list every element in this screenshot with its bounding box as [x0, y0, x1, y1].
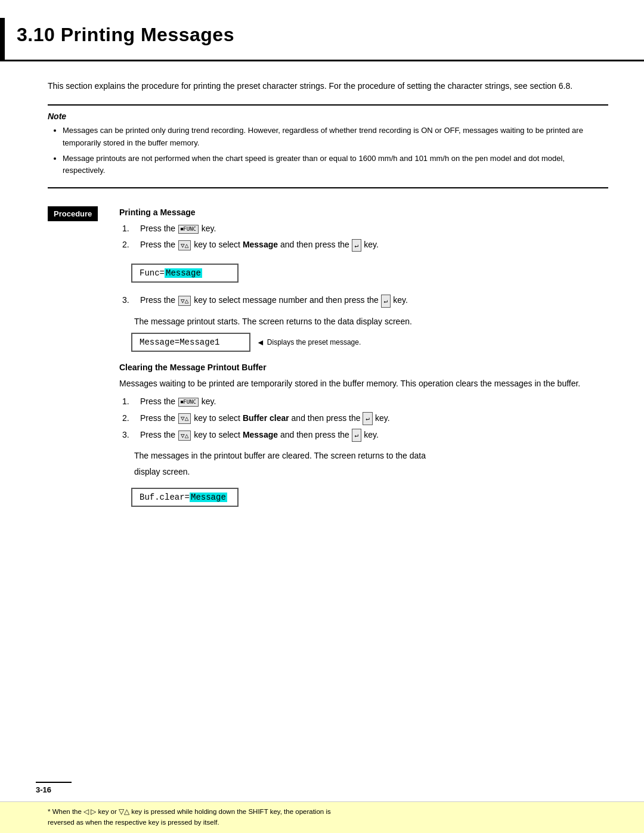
page-number: 3-16	[36, 782, 72, 794]
screen2-highlight: Message1	[179, 337, 219, 347]
content-area: This section explains the procedure for …	[0, 79, 644, 512]
footer-note-text: When the ◁ ▷ key or ▽△ key is pressed wh…	[48, 808, 331, 826]
enter-key-4: ↵	[352, 429, 362, 442]
enter-key-2: ↵	[381, 295, 391, 308]
procedure-container: Procedure Printing a Message 1. Press th…	[48, 206, 608, 512]
clearing-intro: Messages waiting to be printed are tempo…	[119, 377, 608, 390]
screen1-highlight: Message	[165, 268, 202, 278]
page-container: 3.10 Printing Messages This section expl…	[0, 0, 644, 833]
screen2-annotation: ◄ Displays the preset message.	[256, 337, 361, 347]
step-2: 2. Press the ▽△ key to select Message an…	[119, 238, 608, 252]
footer-asterisk: *	[48, 808, 52, 815]
step-1: 1. Press the ■FUNC key.	[119, 222, 608, 235]
note-item-1: Messages can be printed only during tren…	[63, 125, 608, 148]
screen-box-2: Message=Message1	[131, 333, 250, 352]
screen1-prefix: Func=	[140, 268, 165, 278]
screen3-prefix: Buf.clear=	[140, 493, 190, 502]
arrow-key-4: ▽△	[178, 431, 191, 441]
clear-step3-desc2: display screen.	[134, 465, 608, 478]
procedure-badge: Procedure	[48, 206, 98, 221]
screen2-prefix: Message=	[140, 337, 179, 347]
clearing-title: Clearing the Message Printout Buffer	[119, 363, 608, 372]
note-list: Messages can be printed only during tren…	[48, 125, 608, 176]
footer-note: * When the ◁ ▷ key or ▽△ key is pressed …	[0, 801, 644, 833]
clear-step-1: 1. Press the ■FUNC key.	[119, 395, 608, 408]
step3-desc: The message printout starts. The screen …	[134, 315, 608, 328]
note-section: Note Messages can be printed only during…	[48, 104, 608, 188]
note-label: Note	[48, 112, 608, 121]
intro-text: This section explains the procedure for …	[48, 79, 608, 92]
title-accent-bar	[0, 18, 5, 60]
enter-key-1: ↵	[352, 239, 362, 252]
screen-box-1: Func=Message	[131, 264, 239, 283]
arrow-key-2: ▽△	[178, 296, 191, 306]
step3-list: 3. Press the ▽△ key to select message nu…	[119, 293, 608, 307]
procedure-content: Printing a Message 1. Press the ■FUNC ke…	[113, 206, 608, 512]
clear-step-3: 3. Press the ▽△ key to select Message an…	[119, 428, 608, 442]
annotation-text: Displays the preset message.	[267, 338, 361, 346]
func-key-1: ■FUNC	[178, 225, 199, 234]
func-key-2: ■FUNC	[178, 398, 199, 407]
clear-step-2: 2. Press the ▽△ key to select Buffer cle…	[119, 411, 608, 425]
arrow-symbol: ◄	[256, 337, 265, 347]
screen-box-2-row: Message=Message1 ◄ Displays the preset m…	[131, 333, 608, 352]
arrow-key-1: ▽△	[178, 240, 191, 250]
clear-step3-desc1: The messages in the printout buffer are …	[134, 449, 608, 462]
screen3-highlight: Message	[190, 493, 227, 502]
arrow-key-3: ▽△	[178, 413, 191, 423]
note-item-2: Message printouts are not performed when…	[63, 153, 608, 176]
screen-box-3: Buf.clear=Message	[131, 488, 239, 507]
procedure-label-col: Procedure	[48, 206, 113, 512]
printing-steps-list: 1. Press the ■FUNC key. 2. Press the ▽△ …	[119, 222, 608, 252]
clearing-steps-list: 1. Press the ■FUNC key. 2. Press the ▽△ …	[119, 395, 608, 442]
title-section: 3.10 Printing Messages	[0, 0, 644, 61]
page-title: 3.10 Printing Messages	[17, 18, 234, 60]
enter-key-3: ↵	[363, 412, 373, 425]
step-3: 3. Press the ▽△ key to select message nu…	[119, 293, 608, 307]
printing-message-title: Printing a Message	[119, 208, 608, 217]
